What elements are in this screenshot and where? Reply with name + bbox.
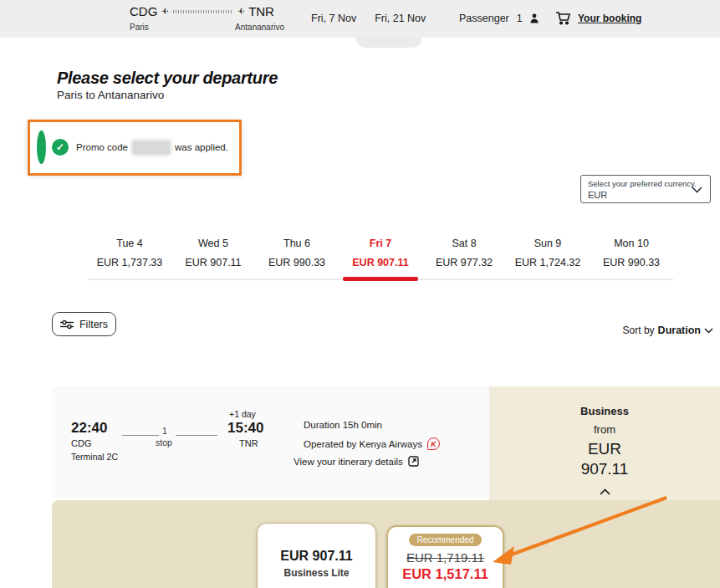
sort-dropdown[interactable]: Sort by Duration [623,325,713,336]
flight-details: 22:40 1 stop +1 day 15:40 CDG TNR Termin… [52,386,489,498]
booking-header: CDG ✈ ✈ TNR Paris Antananarivo Fri, 7 No… [0,0,720,38]
date-tab-tue4[interactable]: Tue 4 EUR 1,737.33 [88,238,171,279]
dates-tab-indicator [356,37,421,48]
fare-name: Business Lite [258,567,375,579]
check-circle-icon: ✓ [52,139,69,156]
origin-city: Paris [130,23,149,32]
fare-card-recommended[interactable]: Recommended EUR 1,719.11 EUR 1,517.11 [386,525,504,588]
cart-icon [555,11,571,25]
return-date[interactable]: Fri, 21 Nov [375,13,426,24]
chevron-up-icon [600,488,610,495]
cabin-name: Business [489,405,720,417]
itinerary-details-link[interactable]: View your itinerary details [294,456,419,467]
fare-discounted-price: EUR 1,517.11 [388,566,503,582]
date-tab-fri7-selected[interactable]: Fri 7 EUR 907.11 [339,238,422,279]
notification-accent-shape [37,130,46,164]
promo-code-redacted [133,141,170,154]
trip-dates[interactable]: Fri, 7 Nov Fri, 21 Nov [311,13,426,24]
chevron-down-icon [704,328,713,334]
date-tab-thu6[interactable]: Thu 6 EUR 990.33 [255,238,339,279]
plane-icon: ✈ [237,7,244,16]
departure-time: 22:40 [71,420,107,437]
person-icon [530,13,539,23]
page-title: Please select your departure [57,69,278,88]
sort-label: Sort by [623,325,655,336]
segment-line [176,435,217,436]
flight-duration: Duration 15h 0min [304,420,382,430]
passenger-count: 1 [517,13,523,24]
arrival-day-offset: +1 day [229,409,256,419]
route-summary[interactable]: CDG ✈ ✈ TNR Paris Antananarivo [130,4,284,32]
fare-original-price: EUR 1,719.11 [388,550,503,565]
fare-card-business-lite[interactable]: EUR 907.11 Business Lite [257,523,376,588]
currency-label: Select your preferred currency. [588,179,703,188]
stops-label: stop [156,437,172,447]
date-tab-sat8[interactable]: Sat 8 EUR 977.32 [422,238,506,279]
date-tab-wed5[interactable]: Wed 5 EUR 907.11 [171,238,255,279]
date-tab-strip: Tue 4 EUR 1,737.33 Wed 5 EUR 907.11 Thu … [88,238,673,280]
cabin-currency: EUR [489,440,720,458]
kenya-airways-logo-icon: K [427,437,440,450]
chevron-down-icon [692,187,702,193]
currency-value: EUR [588,190,703,200]
sliders-icon [60,320,74,330]
cabin-price: 907.11 [489,460,720,478]
date-tab-mon10[interactable]: Mon 10 EUR 990.33 [590,238,673,279]
arrival-time: 15:40 [227,420,263,437]
stops-count: 1 [162,426,167,436]
booking-label: Your booking [578,13,641,24]
departure-airport-code: CDG [71,438,91,448]
date-tab-sun9[interactable]: Sun 9 EUR 1,724.32 [506,238,590,279]
your-booking-link[interactable]: Your booking [555,11,641,25]
page-subtitle: Paris to Antananarivo [57,89,164,101]
promo-text-before: Promo code [76,142,128,152]
destination-code: TNR [248,4,274,18]
route-dotted-line [173,10,233,13]
filters-label: Filters [79,319,108,330]
passenger-selector[interactable]: Passenger 1 [459,13,539,24]
recommended-badge: Recommended [409,534,483,546]
promo-applied-notification: ✓ Promo code was applied. [28,120,242,176]
depart-date[interactable]: Fri, 7 Nov [311,13,356,24]
currency-select[interactable]: Select your preferred currency. EUR [580,175,711,203]
fare-price: EUR 907.11 [258,549,375,564]
passenger-label: Passenger [459,13,509,24]
operated-by: Operated by Kenya Airways K [304,437,440,450]
sort-value: Duration [658,325,701,336]
destination-city: Antananarivo [235,23,284,32]
collapse-fares-button[interactable] [489,483,720,499]
flight-search-page: CDG ✈ ✈ TNR Paris Antananarivo Fri, 7 No… [0,0,720,588]
cabin-from-label: from [489,423,720,436]
departure-terminal: Terminal 2C [71,452,118,462]
fare-options-panel: EUR 907.11 Business Lite Recommended EUR… [52,500,720,588]
business-cabin-column[interactable]: 6 seats left Business from EUR 907.11 [489,386,720,500]
filters-button[interactable]: Filters [52,312,116,336]
external-link-icon [408,456,419,467]
segment-line [122,435,159,436]
promo-text-after: was applied. [175,142,228,152]
origin-code: CDG [130,4,157,18]
flight-result-card: 22:40 1 stop +1 day 15:40 CDG TNR Termin… [52,386,720,500]
arrival-airport-code: TNR [239,438,258,448]
plane-icon: ✈ [161,7,168,16]
